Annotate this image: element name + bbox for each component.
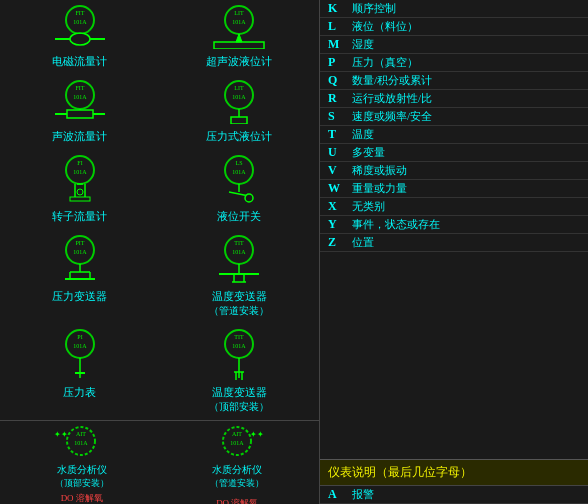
letter-row-p: P 压力（真空） [320,54,588,72]
water-quality-1-sub: （顶部安装） [55,477,109,490]
letter-row-m: M 湿度 [320,36,588,54]
svg-text:101A: 101A [233,343,247,349]
meaning-l: 液位（料位） [352,19,580,34]
instrument-item-pressure-level: LIT 101A 压力式液位计 [160,75,320,150]
svg-text:PIT: PIT [75,240,84,246]
pressure-level-label: 压力式液位计 [206,129,272,144]
meaning-y: 事件，状态或存在 [352,217,580,232]
do-label: DO 溶解氧 [61,492,103,504]
temp-transmitter-top-symbol: TIT 101A [209,328,269,380]
acoustic-flowmeter-label: 声波流量计 [52,129,107,144]
svg-text:✦✦: ✦✦ [250,430,264,439]
letter-p: P [328,55,352,70]
instrument-item-temp-transmitter-pipe: TIT 101A 温度变送器 （管道安装） [160,230,320,324]
svg-text:LS: LS [236,160,243,166]
letter-w: W [328,181,352,196]
svg-text:101A: 101A [233,94,247,100]
meaning-r: 运行或放射性/比 [352,91,580,106]
level-switch-label: 液位开关 [217,209,261,224]
water-quality-analyzer-1-symbol: AIT 101A ✦✦ [54,425,109,463]
ultrasonic-level-label: 超声波液位计 [206,54,272,69]
meaning-x: 无类别 [352,199,580,214]
letter-m: M [328,37,352,52]
letter-row-z: Z 位置 [320,234,588,252]
water-quality-2-label: 水质分析仪 [212,463,262,477]
instrument-item-fit: FIT 101A 电磁流量计 [0,0,160,75]
water-quality-1-label: 水质分析仪 [57,463,107,477]
svg-text:101A: 101A [230,440,244,446]
svg-text:FIT: FIT [75,10,84,16]
svg-point-37 [245,194,253,202]
right-panel: K 顺序控制 L 液位（料位） M 湿度 P 压力（真空） Q 数量/积分或累计… [320,0,588,504]
svg-text:101A: 101A [233,169,247,175]
letter-row-l: L 液位（料位） [320,18,588,36]
svg-rect-22 [231,117,247,124]
svg-text:101A: 101A [233,249,247,255]
temp-transmitter-pipe-symbol: TIT 101A [209,234,269,284]
meaning-z: 位置 [352,235,580,250]
pressure-transmitter-label: 压力变送器 [52,289,107,304]
pressure-gauge-symbol: PI 101A [55,328,105,380]
letter-row-t: T 温度 [320,126,588,144]
temp-transmitter-pipe-label: 温度变送器 [212,289,267,304]
water-quality-item-1: AIT 101A ✦✦ 水质分析仪 （顶部安装） DO 溶解氧 ORP 氧化还原… [4,425,160,504]
temp-transmitter-pipe-sub: （管道安装） [209,304,269,318]
rotameter-label: 转子流量计 [52,209,107,224]
svg-text:LIT: LIT [235,10,245,16]
section-header-text: 仪表说明（最后几位字母） [328,465,472,479]
meaning-s: 速度或频率/安全 [352,109,580,124]
letter-v: V [328,163,352,178]
svg-text:101A: 101A [75,440,89,446]
meaning-t: 温度 [352,127,580,142]
do-label-2: DO 溶解氧 [216,498,258,504]
acoustic-flowmeter-symbol: FIT 101A [55,79,105,124]
letter-t: T [328,127,352,142]
water-quality-2-sub: （管道安装） [210,477,264,490]
svg-text:LIT: LIT [235,85,245,91]
letter-table: K 顺序控制 L 液位（料位） M 湿度 P 压力（真空） Q 数量/积分或累计… [320,0,588,459]
letter-s: S [328,109,352,124]
meaning-a: 报警 [352,487,580,502]
svg-text:AIT: AIT [232,431,242,437]
svg-text:FI: FI [77,160,82,166]
level-switch-symbol: LS 101A [209,154,269,204]
meaning-u: 多变量 [352,145,580,160]
meaning-q: 数量/积分或累计 [352,73,580,88]
temp-transmitter-top-label: 温度变送器 [212,385,267,400]
letter-row-s: S 速度或频率/安全 [320,108,588,126]
svg-text:101A: 101A [73,94,87,100]
meaning-k: 顺序控制 [352,1,580,16]
svg-text:✦✦: ✦✦ [54,430,68,439]
electromagnetic-flowmeter-symbol: FIT 101A [55,4,105,49]
pressure-gauge-label: 压力表 [63,385,96,400]
svg-text:101A: 101A [73,343,87,349]
letter-row-v: V 稀度或振动 [320,162,588,180]
water-quality-2-types: DO 溶解氧 [216,492,258,504]
svg-text:PI: PI [77,334,82,340]
svg-rect-16 [67,110,93,118]
pressure-transmitter-symbol: PIT 101A [55,234,105,284]
letter-r: R [328,91,352,106]
letter-u: U [328,145,352,160]
letter-row-u: U 多变量 [320,144,588,162]
water-quality-row: AIT 101A ✦✦ 水质分析仪 （顶部安装） DO 溶解氧 ORP 氧化还原… [4,425,315,504]
svg-text:TIT: TIT [235,334,245,340]
pressure-level-symbol: LIT 101A [209,79,269,124]
svg-rect-10 [214,42,264,49]
instrument-item-pressure-transmitter: PIT 101A 压力变送器 [0,230,160,324]
svg-text:101A: 101A [233,19,247,25]
instrument-item-lit-ultrasonic: LIT 101A 超声波液位计 [160,0,320,75]
electromagnetic-flowmeter-label: 电磁流量计 [52,54,107,69]
ultrasonic-level-symbol: LIT 101A [204,4,274,49]
letter-row-k: K 顺序控制 [320,0,588,18]
letter-row-a: A 报警 [320,485,588,504]
water-quality-item-2: AIT 101A ✦✦ 水质分析仪 （管道安装） DO 溶解氧 ORP 氧化还原… [160,425,316,504]
water-quality-analyzer-2-symbol: AIT 101A ✦✦ [210,425,265,463]
letter-x: X [328,199,352,214]
temp-transmitter-top-sub: （顶部安装） [209,400,269,414]
meaning-m: 湿度 [352,37,580,52]
svg-text:FIT: FIT [75,85,84,91]
instrument-item-temp-transmitter-top: TIT 101A 温度变送器 （顶部安装） [160,324,320,420]
meaning-p: 压力（真空） [352,55,580,70]
svg-marker-11 [236,34,242,42]
